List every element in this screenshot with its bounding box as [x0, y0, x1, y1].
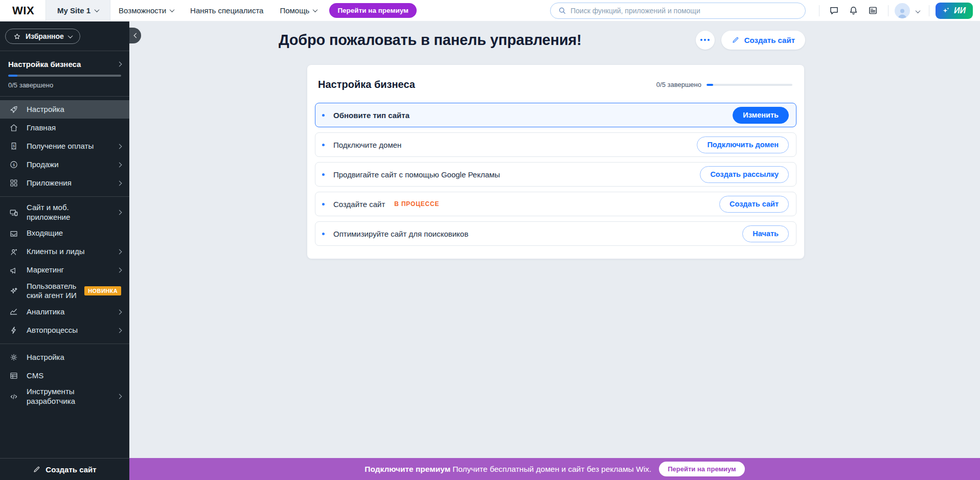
site-selector[interactable]: My Site 1	[45, 0, 110, 21]
svg-text:$: $	[13, 144, 15, 148]
ai-assistant-button[interactable]: ИИ	[936, 3, 973, 19]
task-change-button[interactable]: Изменить	[733, 107, 789, 124]
chevron-right-icon	[117, 249, 122, 255]
bullet-icon	[322, 114, 325, 117]
sidebar-item-payments[interactable]: $ Получение оплаты	[0, 137, 129, 155]
search-input[interactable]	[571, 7, 798, 15]
star-icon	[13, 33, 21, 40]
sidebar-item-dev-tools[interactable]: Инструменты разработчика	[0, 385, 129, 408]
chevron-down-icon	[67, 33, 73, 38]
pencil-icon	[33, 465, 41, 473]
nav-help[interactable]: Помощь	[271, 6, 325, 15]
wix-dashboard: WIX My Site 1 Возможности Нанять специал…	[0, 0, 980, 480]
home-icon	[9, 123, 19, 132]
sidebar-item-sales[interactable]: $ Продажи	[0, 155, 129, 174]
create-site-button[interactable]: Создать сайт	[721, 31, 805, 50]
bullet-icon	[322, 233, 325, 235]
divider	[929, 5, 929, 16]
automation-icon	[9, 326, 19, 335]
svg-text:$: $	[13, 163, 15, 167]
inbox-icon	[9, 229, 19, 238]
business-setup-panel[interactable]: Настройка бизнеса 0/5 завершено	[0, 51, 129, 96]
devices-icon	[9, 208, 19, 217]
invoice-icon: $	[9, 142, 19, 151]
chevron-down-icon	[95, 7, 100, 12]
task-row-connect-domain[interactable]: Подключите домен Подключить домен	[315, 132, 796, 157]
chevron-down-icon	[313, 7, 318, 12]
sidebar-menu: Настройка Главная $ Получение оплаты $ П…	[0, 97, 129, 408]
search-icon	[558, 6, 566, 15]
sidebar-item-marketing[interactable]: Маркетинг	[0, 261, 129, 280]
page-title: Добро пожаловать в панель управления!	[279, 32, 582, 49]
task-status-badge: В ПРОЦЕССЕ	[394, 200, 439, 208]
megaphone-icon	[9, 266, 19, 275]
premium-banner-button[interactable]: Перейти на премиум	[659, 462, 745, 476]
sidebar-item-inbox[interactable]: Входящие	[0, 224, 129, 243]
wix-logo[interactable]: WIX	[12, 4, 34, 17]
sidebar-item-contacts[interactable]: Клиенты и лиды	[0, 243, 129, 261]
card-progress-caption: 0/5 завершено	[656, 81, 701, 88]
divider	[888, 5, 888, 16]
chevron-down-icon	[170, 7, 175, 12]
cms-table-icon	[9, 371, 19, 380]
task-create-campaign-button[interactable]: Создать рассылку	[700, 166, 789, 183]
avatar[interactable]	[895, 3, 910, 18]
nav-hire-professional[interactable]: Нанять специалиста	[182, 6, 271, 15]
task-row-google-ads[interactable]: Продвигайте сайт с помощью Google Реклам…	[315, 162, 796, 187]
account-menu-chevron[interactable]	[916, 6, 920, 15]
bullet-icon	[322, 203, 325, 205]
sidebar-item-automations[interactable]: Автопроцессы	[0, 321, 129, 339]
premium-banner: Подключите премиумПолучите бесплатный до…	[129, 458, 980, 480]
sidebar-item-ai-agent[interactable]: Пользовательский агент ИИ НОВИНКА	[0, 280, 129, 303]
nav-features[interactable]: Возможности	[110, 6, 182, 15]
task-create-site-button[interactable]: Создать сайт	[719, 196, 789, 213]
bullet-icon	[322, 173, 325, 176]
new-badge: НОВИНКА	[84, 286, 121, 295]
chevron-right-icon	[117, 309, 122, 314]
sidebar-item-cms[interactable]: CMS	[0, 367, 129, 385]
setup-title: Настройка бизнеса	[8, 60, 81, 68]
sidebar-create-site-button[interactable]: Создать сайт	[0, 458, 129, 480]
main-content: Добро пожаловать в панель управления! Со…	[129, 21, 980, 480]
bell-icon[interactable]	[845, 2, 862, 19]
more-options-button[interactable]	[696, 31, 715, 50]
global-search[interactable]	[550, 3, 806, 19]
task-row-update-site-type[interactable]: Обновите тип сайта Изменить	[315, 103, 796, 127]
sidebar: Избранное Настройка бизнеса 0/5 завершен…	[0, 21, 129, 480]
task-row-create-site[interactable]: Создайте сайт В ПРОЦЕССЕ Создать сайт	[315, 192, 796, 216]
chevron-right-icon	[117, 268, 122, 273]
news-icon[interactable]	[864, 2, 882, 19]
top-bar: WIX My Site 1 Возможности Нанять специал…	[0, 0, 980, 21]
sidebar-item-site-and-app[interactable]: Сайт и моб. приложение	[0, 201, 129, 224]
favorites-button[interactable]: Избранное	[5, 29, 80, 44]
chevron-right-icon	[117, 162, 122, 167]
chevron-right-icon	[117, 394, 122, 399]
card-progress-bar	[706, 84, 792, 86]
apps-grid-icon	[9, 178, 19, 188]
chevron-right-icon	[117, 328, 122, 333]
topbar-icons: ИИ	[815, 2, 973, 19]
chevron-right-icon	[117, 144, 122, 149]
sparkle-icon	[9, 286, 19, 295]
setup-progress-caption: 0/5 завершено	[8, 81, 121, 89]
business-setup-card: Настройка бизнеса 0/5 завершено Обновите…	[307, 65, 804, 259]
sidebar-item-apps[interactable]: Приложения	[0, 174, 129, 192]
divider	[819, 5, 819, 16]
sidebar-item-home[interactable]: Главная	[0, 119, 129, 137]
chevron-right-icon	[117, 210, 122, 215]
site-selector-label: My Site 1	[57, 6, 90, 15]
analytics-icon	[9, 307, 19, 316]
chat-icon[interactable]	[826, 2, 843, 19]
upgrade-premium-button[interactable]: Перейти на премиум	[329, 3, 417, 18]
task-row-seo[interactable]: Оптимизируйте сайт для поисковиков Начат…	[315, 221, 796, 246]
sparkle-icon	[942, 6, 950, 15]
setup-progress-bar	[8, 75, 121, 77]
sidebar-item-settings[interactable]: Настройка	[0, 348, 129, 367]
card-title: Настройка бизнеса	[318, 79, 415, 90]
task-start-button[interactable]: Начать	[742, 225, 789, 242]
sidebar-item-setup[interactable]: Настройка	[0, 100, 129, 119]
gear-icon	[9, 353, 19, 362]
chevron-right-icon	[117, 62, 122, 67]
sidebar-item-analytics[interactable]: Аналитика	[0, 303, 129, 321]
task-connect-domain-button[interactable]: Подключить домен	[697, 136, 789, 153]
